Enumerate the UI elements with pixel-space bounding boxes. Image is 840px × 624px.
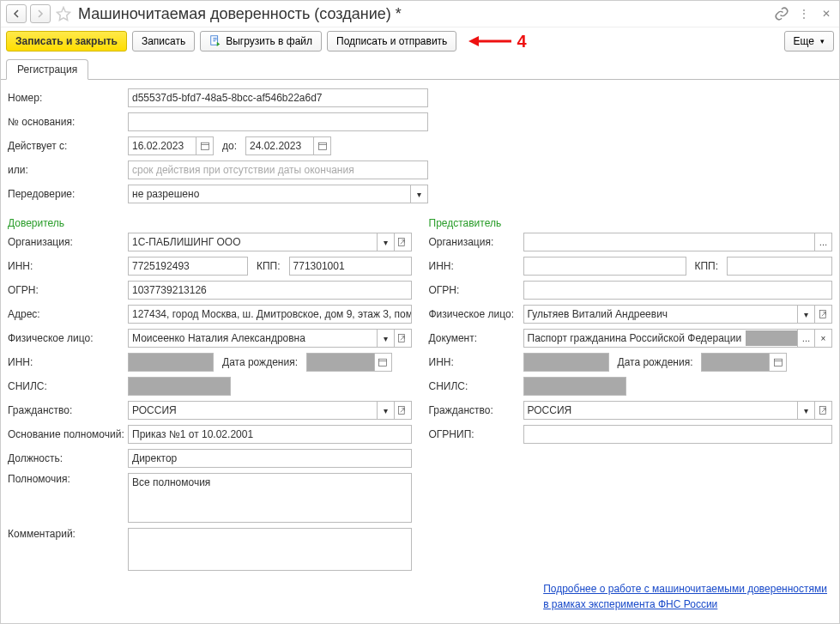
svg-rect-7 [399,335,405,342]
principal-kpp-input[interactable] [289,257,412,276]
number-input[interactable] [128,88,428,107]
label-p-inn: ИНН: [8,260,128,272]
principal-citizenship-input[interactable]: РОССИЯ [128,401,378,420]
label-p-person: Физическое лицо: [8,332,128,344]
export-label: Выгрузить в файл [226,35,312,47]
principal-snils-input[interactable] [128,377,231,396]
rep-citizenship-input[interactable]: РОССИЯ [523,401,799,420]
label-p-basis: Основание полномочий: [8,428,128,440]
rep-snils-input[interactable] [523,377,626,396]
rep-dob-picker[interactable] [770,353,787,372]
rep-document-masked [746,330,797,346]
redelegation-select[interactable]: не разрешено [128,185,411,203]
label-p-comment: Комментарий: [8,528,128,540]
principal-inn-input[interactable] [128,257,248,276]
principal-person-inn-input[interactable] [128,353,214,372]
link-icon[interactable] [774,6,789,21]
label-r-kpp: КПП: [695,260,719,272]
label-to: до: [222,140,237,152]
help-link[interactable]: Подробнее о работе с машиночитаемыми дов… [543,581,827,612]
rep-inn-input[interactable] [523,257,686,276]
label-p-inn2: ИНН: [8,356,128,368]
favorite-star-icon[interactable] [56,6,71,21]
page-title: Машиночитаемая доверенность (создание) * [78,5,771,23]
rep-document-value: Паспорт гражданина Российской Федерации [528,332,746,344]
principal-basis-input[interactable] [128,425,412,444]
label-or: или: [8,164,128,176]
label-p-address: Адрес: [8,308,128,320]
rep-person-inn-input[interactable] [523,353,609,372]
principal-powers-textarea[interactable]: Все полномочия [128,473,412,523]
label-r-citizen: Гражданство: [429,404,523,416]
date-from-input[interactable] [128,136,196,155]
label-p-position: Должность: [8,452,128,464]
rep-dob-input[interactable] [701,353,770,372]
principal-person-open[interactable] [395,329,412,348]
label-p-snils: СНИЛС: [8,380,128,392]
rep-citizenship-dropdown[interactable]: ▾ [798,401,815,420]
principal-position-input[interactable] [128,449,412,468]
annotation-arrow: 4 [468,32,526,51]
label-r-inn: ИНН: [429,260,523,272]
write-and-close-button[interactable]: Записать и закрыть [6,31,127,51]
section-representative-title: Представитель [429,217,833,229]
principal-citizenship-dropdown[interactable]: ▾ [378,401,395,420]
principal-org-dropdown[interactable]: ▾ [378,233,395,251]
label-valid-from: Действует с: [8,140,128,152]
label-r-document: Документ: [429,332,523,344]
rep-person-input[interactable]: Гультяев Виталий Андреевич [523,305,799,324]
help-link-line2: в рамках эксперимента ФНС России [543,598,717,610]
close-window-icon[interactable]: ✕ [819,6,834,21]
nav-back-button[interactable] [6,4,27,23]
more-menu-button[interactable]: Еще ▾ [784,31,834,51]
sign-and-send-button[interactable]: Подписать и отправить [327,31,456,51]
principal-ogrn-input[interactable] [128,281,412,300]
label-r-org: Организация: [429,236,523,248]
rep-document-input[interactable]: Паспорт гражданина Российской Федерации [523,329,799,348]
principal-address-input[interactable]: 127434, город Москва, ш. Дмитровское, до… [128,305,412,324]
rep-document-clear-button[interactable]: × [815,329,832,348]
label-number: Номер: [8,92,128,104]
principal-dob-picker[interactable] [375,353,392,372]
export-icon [209,34,221,49]
date-from-picker-button[interactable] [196,136,214,155]
rep-ogrn-input[interactable] [523,281,833,300]
redelegation-dropdown-button[interactable]: ▾ [411,185,428,203]
write-button[interactable]: Записать [132,31,195,51]
svg-rect-2 [201,142,208,149]
date-to-picker-button[interactable] [314,136,331,155]
svg-rect-8 [379,359,387,366]
principal-org-open[interactable] [395,233,412,251]
comment-textarea[interactable] [128,528,412,571]
rep-person-open[interactable] [815,305,832,324]
basis-no-input[interactable] [128,112,428,131]
principal-person-dropdown[interactable]: ▾ [378,329,395,348]
principal-person-input[interactable]: Моисеенко Наталия Александровна [128,329,378,348]
label-r-snils: СНИЛС: [429,380,523,392]
annotation-number: 4 [517,32,526,51]
principal-dob-input[interactable] [306,353,375,372]
rep-kpp-input[interactable] [727,257,832,276]
svg-rect-4 [318,142,326,149]
svg-rect-14 [819,407,825,415]
label-p-citizen: Гражданство: [8,404,128,416]
export-to-file-button[interactable]: Выгрузить в файл [200,31,322,51]
rep-ogrnip-input[interactable] [523,425,833,444]
rep-document-select-button[interactable]: … [798,329,815,348]
more-label: Еще [794,35,814,47]
rep-org-select-button[interactable]: … [815,233,832,251]
rep-person-dropdown[interactable]: ▾ [798,305,815,324]
svg-rect-11 [819,311,825,318]
validity-term-input[interactable]: срок действия при отсутствии даты оконча… [128,161,428,179]
kebab-menu-icon[interactable]: ⋮ [796,6,812,21]
label-r-ogrn: ОГРН: [429,284,523,296]
tab-registration[interactable]: Регистрация [6,59,88,80]
svg-rect-12 [774,359,782,366]
principal-citizenship-open[interactable] [395,401,412,420]
section-principal-title: Доверитель [8,217,412,229]
principal-org-input[interactable]: 1С-ПАБЛИШИНГ ООО [128,233,378,251]
rep-org-input[interactable] [523,233,816,251]
date-to-input[interactable] [245,136,314,155]
rep-citizenship-open[interactable] [815,401,832,420]
nav-forward-button[interactable] [30,4,51,23]
